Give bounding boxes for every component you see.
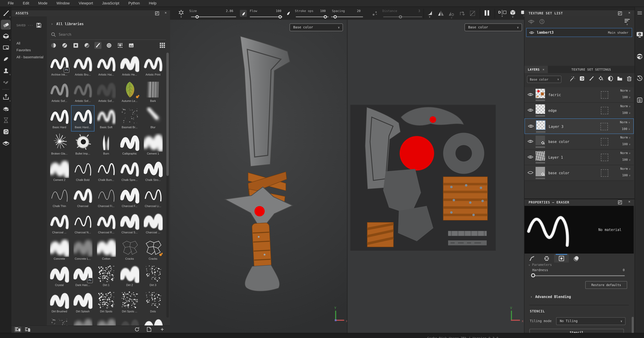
asset-item[interactable]: Chalk Spre...: [118, 158, 141, 184]
asset-item[interactable]: Broken Gla...: [48, 132, 71, 158]
add-paint-layer-icon[interactable]: [588, 76, 594, 81]
close-icon[interactable]: ×: [542, 68, 544, 71]
layer-mask-placeholder[interactable]: [601, 169, 608, 177]
asset-item[interactable]: PsArchive Ink...: [48, 53, 71, 79]
tab-alpha[interactable]: [554, 254, 569, 262]
add-group-icon[interactable]: [617, 76, 623, 81]
lazy-mouse-icon[interactable]: [459, 10, 466, 17]
filter-patterns-icon[interactable]: [117, 42, 124, 49]
brush-tip-icon[interactable]: [286, 11, 291, 16]
layer-mask-placeholder[interactable]: [601, 91, 608, 99]
tab-layers[interactable]: LAYERS×: [524, 66, 548, 73]
layer-opacity[interactable]: 100∨: [622, 127, 630, 131]
menu-item-window[interactable]: Window: [52, 1, 74, 5]
brush-preset-icon[interactable]: ∨: [178, 10, 184, 18]
tiling-mode-dropdown[interactable]: No Tiling∨: [556, 317, 626, 325]
list-view-saved-icon[interactable]: [14, 326, 21, 332]
asset-item[interactable]: Charcoal Li...: [141, 184, 165, 210]
asset-item[interactable]: Charcoal N...: [71, 210, 94, 237]
sort-list-icon[interactable]: ∨: [624, 19, 630, 26]
asset-item[interactable]: Basmati Br...: [118, 105, 141, 132]
spacing-slider-handle[interactable]: [334, 15, 337, 19]
delete-layer-icon[interactable]: [626, 76, 632, 81]
filter-smart-materials-icon[interactable]: [61, 42, 68, 49]
undock-icon[interactable]: [618, 11, 622, 16]
asset-item[interactable]: Bark: [141, 79, 165, 105]
refresh-icon[interactable]: [133, 326, 140, 332]
add-asset-icon[interactable]: +: [158, 326, 166, 332]
shader-settings-icon[interactable]: [636, 53, 643, 60]
asset-item[interactable]: [94, 315, 118, 326]
layer-visibility-icon[interactable]: [527, 139, 534, 143]
asset-item[interactable]: Blur: [141, 105, 165, 132]
saved-menu-dots[interactable]: ···: [28, 24, 33, 27]
layer-blend-mode[interactable]: Norm∨: [620, 105, 630, 108]
tab-stencil[interactable]: [569, 254, 584, 262]
distance-slider-handle[interactable]: [399, 15, 402, 19]
undock-icon[interactable]: [618, 200, 622, 205]
asset-item[interactable]: Chalk Thin: [48, 184, 71, 210]
asset-item[interactable]: Calligraphic: [118, 132, 141, 158]
layer-name[interactable]: facric: [548, 93, 561, 97]
new-resource-icon[interactable]: [146, 326, 153, 332]
asset-item[interactable]: [48, 315, 71, 326]
filter-procedurals-icon[interactable]: [106, 42, 112, 49]
asset-item[interactable]: Dirt Spots ...: [118, 289, 141, 315]
distance-slider[interactable]: [383, 17, 422, 17]
symmetry-icon[interactable]: [438, 11, 444, 17]
layer-thumbnail[interactable]: [536, 105, 545, 114]
layer-visibility-icon[interactable]: [527, 155, 534, 159]
menu-item-mode[interactable]: Mode: [34, 1, 52, 5]
hardness-slider-handle[interactable]: [531, 273, 535, 277]
asset-item[interactable]: Dirt Splash: [71, 289, 94, 315]
asset-item-selected[interactable]: Basic Hard...: [71, 105, 94, 132]
asset-item[interactable]: Dirt 3: [141, 263, 165, 289]
undock-icon[interactable]: [155, 11, 159, 16]
asset-item[interactable]: Autumn Le...: [118, 79, 141, 105]
view-layout-icon[interactable]: D ∨: [498, 10, 506, 17]
asset-item[interactable]: Charcoal R...: [94, 210, 118, 237]
layer-thumbnail[interactable]: [536, 136, 545, 145]
tool-bake[interactable]: [1, 115, 11, 125]
layer-row[interactable]: base colorNorm∨100∨: [524, 134, 634, 150]
tool-smudge[interactable]: [1, 54, 11, 64]
layer-visibility-icon[interactable]: [527, 171, 534, 175]
add-mask-icon[interactable]: [608, 76, 613, 81]
asset-item[interactable]: Charcoal ...: [141, 210, 165, 237]
close-icon[interactable]: ×: [628, 11, 630, 15]
tool-material-picker[interactable]: [1, 77, 11, 87]
asset-item[interactable]: Artistic Bru...: [71, 53, 94, 79]
asset-item[interactable]: Dirt 2: [118, 263, 141, 289]
asset-item[interactable]: Artistic Sof...: [48, 79, 71, 105]
asset-item[interactable]: Artistic Print: [141, 53, 165, 79]
parameters-section[interactable]: ∨ Parameters: [529, 263, 552, 266]
stroke-ops-slider-handle[interactable]: [324, 15, 327, 19]
layer-mask-placeholder[interactable]: [601, 154, 608, 161]
filter-materials-icon[interactable]: [50, 42, 57, 49]
layer-visibility-icon[interactable]: [528, 124, 534, 128]
channel-dropdown-2d[interactable]: Base color∨: [464, 24, 522, 31]
tool-projection[interactable]: ∨: [1, 31, 11, 41]
channel-dropdown-layers[interactable]: Base color∨: [527, 76, 562, 83]
menu-item-edit[interactable]: Edit: [18, 1, 34, 5]
tool-paint-brush[interactable]: ∨: [1, 8, 11, 18]
save-icon[interactable]: [36, 23, 42, 28]
asset-item[interactable]: [141, 315, 165, 326]
add-effect-icon[interactable]: [570, 76, 576, 81]
hardness-slider[interactable]: [533, 275, 625, 276]
asset-item[interactable]: Dirt 1: [94, 263, 118, 289]
asset-item[interactable]: Chalk Stro...: [141, 158, 165, 184]
layer-row[interactable]: base colorNorm∨100∨: [524, 165, 634, 181]
layer-row[interactable]: edgeNorm∨100∨: [524, 103, 634, 118]
layer-visibility-icon[interactable]: [527, 108, 534, 112]
add-fill-layer-icon[interactable]: [579, 76, 585, 81]
eye-icon[interactable]: [529, 31, 534, 34]
layer-blend-mode[interactable]: Norm∨: [620, 89, 630, 93]
add-fill-icon[interactable]: [598, 76, 604, 81]
brush-tip-button[interactable]: [240, 10, 247, 17]
scatter-icon[interactable]: [372, 11, 378, 17]
panel-menu-icon[interactable]: [636, 11, 643, 15]
asset-item[interactable]: Chalk Bum...: [94, 158, 118, 184]
asset-item[interactable]: Cracks: [118, 237, 141, 263]
sync-visibility-icon[interactable]: [528, 19, 535, 24]
